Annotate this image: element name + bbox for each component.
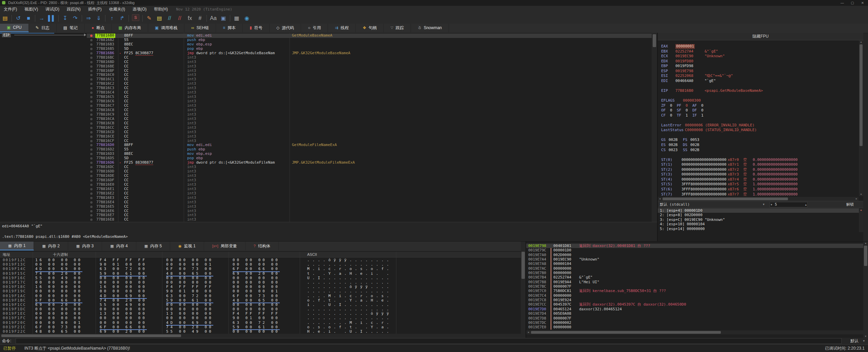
dump-row[interactable]: 0019F22C48 00 65 0069 00 20 0055 00 49 0… xyxy=(0,329,521,334)
menu-item[interactable]: 文件(F) xyxy=(0,6,21,13)
tab-Snowman[interactable]: ☃Snowman xyxy=(411,24,449,32)
dump-row[interactable]: 0019F1FC00 00 00 0000 00 00 0000 00 00 0… xyxy=(0,316,521,320)
menu-item[interactable]: 跟踪(N) xyxy=(63,6,84,13)
run-to-user-code-icon[interactable]: ↱ xyxy=(117,14,127,23)
dump-row[interactable]: 0019F17C00 00 00 0000 00 00 0000 00 00 0… xyxy=(0,280,521,285)
disasm-row[interactable]: 77B816E5CCint3 xyxy=(0,205,652,209)
hash-icon[interactable]: # xyxy=(195,14,205,23)
scroll-thumb[interactable] xyxy=(864,246,867,266)
row-dot-icon[interactable] xyxy=(90,83,93,85)
register-line[interactable]: ST(1)00000000000000000000x87r1空0.0000000… xyxy=(661,162,858,167)
skip-letter-s-icon[interactable]: S xyxy=(132,14,139,21)
register-line[interactable]: CF0TF1IF1 xyxy=(661,113,858,118)
register-line[interactable]: ES002BDS002B xyxy=(661,143,858,147)
tab-局部变量[interactable]: [x=]局部变量 xyxy=(204,242,245,250)
disasm-row[interactable]: 77B816B55Dpop ebp xyxy=(0,47,652,51)
row-dot-icon[interactable] xyxy=(90,184,93,186)
tab-内存 1[interactable]: ▦内存 1 xyxy=(0,242,34,250)
scroll-left-icon[interactable]: ◂ xyxy=(526,330,530,334)
register-line[interactable]: ST(5)3FFF8000000000000000x87r5空1.0000000… xyxy=(661,182,858,187)
row-dot-icon[interactable] xyxy=(90,144,93,146)
row-dot-icon[interactable] xyxy=(90,188,93,190)
row-dot-icon[interactable] xyxy=(90,70,93,72)
register-line[interactable]: LastError00000006 (ERROR_INVALID_HANDLE) xyxy=(661,123,858,128)
tab-断点[interactable]: ●断点 xyxy=(85,24,112,32)
row-dot-icon[interactable] xyxy=(90,214,93,216)
disasm-row[interactable]: 77B816CBCCint3 xyxy=(0,121,652,126)
register-line[interactable]: CS0023SS002B xyxy=(661,148,858,152)
notes-icon[interactable]: ▤ xyxy=(154,14,164,23)
stack-row[interactable]: 0019E7C075B0DC81返回到 kernelbase.sub_75B0D… xyxy=(526,289,863,293)
disasm-scrollbar[interactable] xyxy=(652,33,657,222)
disassembly-pane[interactable]: 77B816B08BFFmov edi,ediGetModuleBaseName… xyxy=(0,33,652,222)
trace-over-icon[interactable]: ⇓ xyxy=(94,14,104,23)
arg-count-spinner[interactable]: ▾ 5 ▴ xyxy=(770,202,808,207)
close-debuggee-icon[interactable]: ■ xyxy=(23,14,34,23)
disasm-row[interactable]: 77B816E1CCint3 xyxy=(0,187,652,191)
dump-row[interactable]: 0019F1AC00 00 00 004D 00 69 0063 00 72 0… xyxy=(0,294,521,298)
register-line[interactable]: ECX0019EC90"Unknown" xyxy=(661,54,858,59)
stack-row[interactable]: 0019E7DC00000002 xyxy=(526,320,863,325)
disasm-row[interactable]: 77B816E8CCint3 xyxy=(0,218,652,222)
registers-pane[interactable]: 隐藏FPU EAX00000001EBX022527A4&"`gE"ECX001… xyxy=(658,33,863,241)
tab-结构体[interactable]: ?结构体 xyxy=(245,242,279,250)
scroll-up-icon[interactable]: ▴ xyxy=(859,208,863,212)
menu-item[interactable]: 插件(P) xyxy=(84,6,105,13)
scroll-up-icon[interactable]: ▴ xyxy=(863,242,868,245)
stack-row[interactable]: 0019E7D80000007F xyxy=(526,316,863,320)
close-button[interactable]: ✕ xyxy=(858,0,867,6)
row-dot-icon[interactable] xyxy=(90,197,93,199)
scroll-thumb[interactable] xyxy=(860,44,863,146)
dump-row[interactable]: 0019F15C74 00 20 0059 00 61 0048 00 65 0… xyxy=(0,271,521,276)
menu-item[interactable]: 帮助(H) xyxy=(150,6,172,13)
stack-row[interactable]: 0019E7E000000000 xyxy=(526,325,863,329)
row-dot-icon[interactable] xyxy=(90,162,93,164)
scroll-thumb[interactable] xyxy=(663,198,788,200)
register-line[interactable]: ST(2)00000000000000000000x87r2空0.0000000… xyxy=(661,167,858,172)
stack-row[interactable]: 0019E7A0002D0000 xyxy=(526,253,863,257)
chevron-up-icon[interactable]: ▴ xyxy=(805,202,807,207)
disasm-row[interactable]: 77B816BECCint3 xyxy=(0,64,652,69)
row-dot-icon[interactable] xyxy=(90,105,93,107)
computer-icon[interactable]: ▣ xyxy=(218,14,229,23)
row-dot-icon[interactable] xyxy=(90,170,93,173)
register-line[interactable]: EIP77B816B0<psapi.GetModuleBaseNameA> xyxy=(661,88,858,93)
argument-row[interactable]: 5: [esp+14] 00000000 xyxy=(658,227,863,231)
disasm-row[interactable]: 77B816B08BFFmov edi,ediGetModuleBaseName… xyxy=(0,34,652,38)
stack-pane[interactable]: 0019E79800401D81返回到 daxxor(32).00401D81 … xyxy=(526,242,863,338)
minimize-button[interactable]: — xyxy=(837,0,847,6)
stack-row[interactable]: 0019E7B80019E9A4L"Hei UI" xyxy=(526,280,863,284)
scroll-up-icon[interactable]: ▴ xyxy=(859,40,863,44)
chevron-down-icon[interactable]: ▾ xyxy=(771,202,772,207)
row-dot-icon[interactable] xyxy=(90,127,93,129)
convention-select[interactable]: 默认 (stdcall) xyxy=(660,201,690,208)
row-dot-icon[interactable] xyxy=(90,131,93,133)
menu-item[interactable]: 调试(D) xyxy=(42,6,63,13)
disasm-row[interactable]: 77B816E4CCint3 xyxy=(0,200,652,205)
open-file-icon[interactable]: ▤ xyxy=(0,14,10,23)
disasm-row[interactable]: 77B816CACCint3 xyxy=(0,117,652,121)
scroll-thumb[interactable] xyxy=(521,252,525,279)
step-into-icon[interactable]: ↧ xyxy=(60,14,70,23)
row-dot-icon[interactable] xyxy=(90,52,93,55)
row-dot-icon[interactable] xyxy=(90,157,93,160)
disasm-row[interactable]: 77B816C9CCint3 xyxy=(0,112,652,117)
row-dot-icon[interactable] xyxy=(90,39,93,41)
disasm-row[interactable]: 77B816CDCCint3 xyxy=(0,130,652,134)
dump-row[interactable]: 0019F13C00 00 00 0090 01 00 0000 00 00 0… xyxy=(0,262,521,267)
register-line[interactable]: EBP0019FD98 xyxy=(661,64,858,68)
row-dot-icon[interactable] xyxy=(90,122,93,125)
register-line[interactable]: LastStatusC0000008 (STATUS_INVALID_HANDL… xyxy=(661,128,858,132)
trace-into-icon[interactable]: ⇒ xyxy=(83,14,94,23)
dump-row[interactable]: 0019F16C55 00 49 0000 00 00 0000 00 00 0… xyxy=(0,276,521,280)
dump-row[interactable]: 0019F1EC00 00 00 0013 00 00 0013 00 00 0… xyxy=(0,311,521,316)
disasm-row[interactable]: 77B816DECCint3 xyxy=(0,174,652,178)
row-dot-icon[interactable] xyxy=(90,109,93,111)
registers-hscrollbar[interactable]: ◂ ▸ xyxy=(658,197,859,201)
execute-till-return-icon[interactable]: ↑ xyxy=(107,14,117,23)
argument-row[interactable]: 1: [esp+4] 000001D0 xyxy=(658,208,863,213)
scroll-left-icon[interactable]: ◂ xyxy=(658,197,662,201)
disasm-row[interactable]: 77B816BCCCint3 xyxy=(0,56,652,60)
row-dot-icon[interactable] xyxy=(90,113,93,116)
blue-stripes-icon[interactable]: // xyxy=(164,14,175,23)
